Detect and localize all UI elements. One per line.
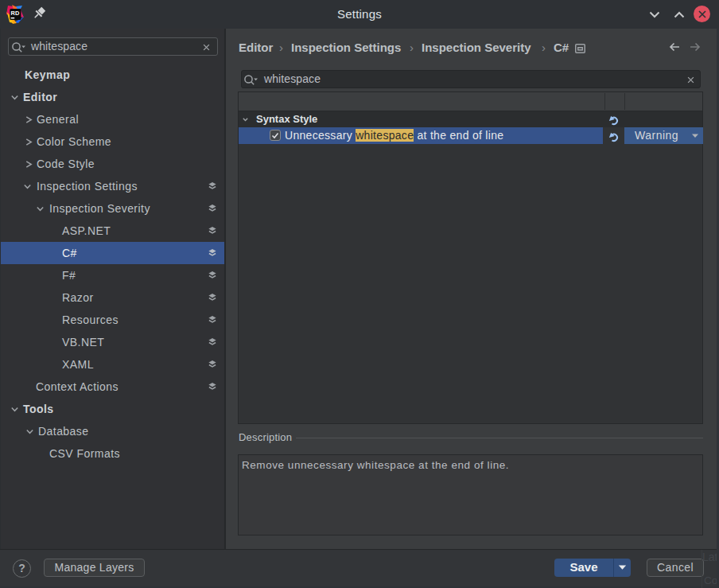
svg-text:RD: RD [11,10,20,17]
